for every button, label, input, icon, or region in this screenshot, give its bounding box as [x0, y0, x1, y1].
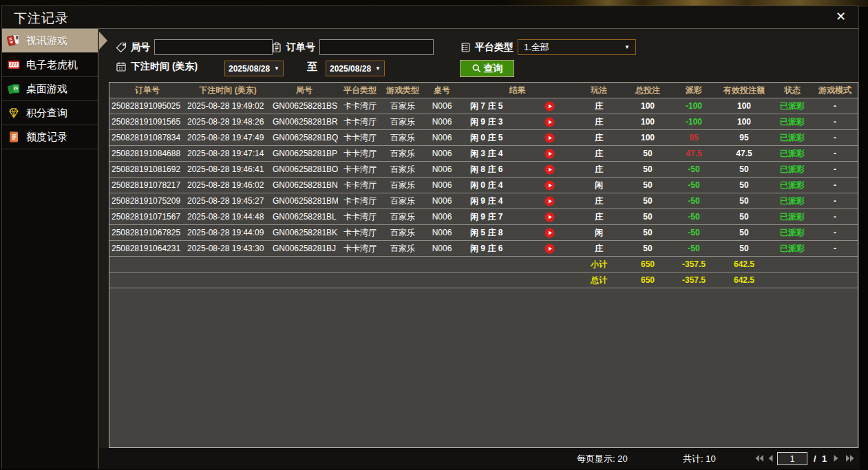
cell-game: 百家乐	[382, 180, 423, 191]
cell-status: 已派彩	[772, 243, 812, 255]
play-video-icon[interactable]	[544, 180, 555, 191]
platform-selected-value: 1.全部	[524, 41, 549, 54]
play-video-icon[interactable]	[544, 196, 555, 206]
search-icon	[472, 63, 482, 74]
cell-valid_bet: 50	[716, 164, 772, 174]
cell-bet_type: 庄	[574, 100, 624, 112]
column-header: 平台类型	[338, 85, 382, 96]
cell-round: GN006258281BQ	[271, 133, 338, 142]
cell-round: GN006258281BP	[271, 149, 338, 158]
summary-cell-payout: -357.5	[672, 275, 716, 285]
last-page-icon[interactable]	[845, 454, 856, 463]
summary-cell-valid_bet: 642.5	[716, 275, 772, 285]
column-header: 订单号	[109, 85, 185, 96]
sidebar: 9K 视讯游戏 777 电子老虎机 $ 桌面游戏 积分查询 额度记	[2, 29, 98, 469]
sidebar-item-points[interactable]: 积分查询	[2, 101, 98, 125]
cell-bet_type: 闲	[574, 180, 624, 191]
play-video-icon[interactable]	[544, 117, 555, 127]
cell-status: 已派彩	[772, 132, 812, 144]
svg-text:777: 777	[10, 62, 18, 67]
prev-page-icon[interactable]	[767, 454, 777, 463]
cell-mode: -	[812, 133, 858, 142]
sidebar-item-quota-records[interactable]: 额度记录	[2, 125, 98, 149]
cell-mode: -	[812, 212, 858, 222]
cell-payout: -50	[672, 212, 716, 222]
cell-mode: -	[812, 117, 858, 127]
play-video-icon[interactable]	[544, 133, 555, 143]
column-header: 下注时间 (美东)	[185, 85, 271, 96]
order-input[interactable]	[319, 39, 434, 55]
cell-result: 闲 5 庄 8	[461, 227, 574, 239]
cell-platform: 卡卡湾厅	[338, 211, 382, 223]
cell-platform: 卡卡湾厅	[338, 116, 382, 128]
summary-row: 总计650-357.5642.5	[109, 273, 858, 288]
page-number-input[interactable]	[777, 452, 807, 465]
per-page-label: 每页显示: 20	[577, 448, 628, 469]
cell-bet_type: 庄	[574, 132, 624, 144]
cell-total_bet: 50	[624, 180, 672, 190]
summary-cell-payout: -357.5	[672, 259, 716, 269]
date-to-picker[interactable]: 2025/08/28 ▼	[326, 61, 385, 76]
cell-order: 250828191091565	[109, 117, 185, 127]
first-page-icon[interactable]	[754, 454, 765, 463]
platform-select[interactable]: 1.全部 ▼	[518, 39, 636, 55]
cell-time: 2025-08-28 19:44:09	[185, 228, 271, 237]
cell-status: 已派彩	[772, 164, 812, 175]
column-header: 游戏模式	[812, 85, 858, 96]
cell-order: 250828191064231	[109, 244, 185, 253]
column-header: 有效投注额	[716, 85, 772, 96]
sidebar-item-table-games[interactable]: $ 桌面游戏	[2, 77, 98, 101]
cell-bet_type: 庄	[574, 243, 624, 255]
tag-icon	[116, 42, 127, 53]
cell-table: N006	[423, 228, 461, 237]
table-row: 2508281910915652025-08-28 19:48:26GN0062…	[109, 114, 858, 130]
cell-mode: -	[812, 149, 858, 158]
cell-order: 250828191095025	[109, 101, 185, 111]
sidebar-item-slots[interactable]: 777 电子老虎机	[2, 53, 98, 77]
result-text: 闲 8 庄 6	[470, 164, 502, 175]
list-icon	[460, 42, 471, 53]
cell-round: GN006258281BK	[271, 228, 338, 237]
cell-platform: 卡卡湾厅	[338, 132, 382, 144]
cell-bet_type: 庄	[574, 116, 624, 128]
cell-bet_type: 庄	[574, 148, 624, 160]
cell-time: 2025-08-28 19:46:02	[185, 180, 271, 190]
round-input[interactable]	[154, 39, 273, 55]
sidebar-item-video-games[interactable]: 9K 视讯游戏	[2, 29, 98, 53]
query-button[interactable]: 查询	[460, 60, 514, 77]
play-video-icon[interactable]	[544, 244, 555, 254]
page-total: 1	[822, 448, 827, 469]
table-row: 2508281910782172025-08-28 19:46:02GN0062…	[109, 178, 858, 193]
play-video-icon[interactable]	[544, 149, 555, 159]
cell-table: N006	[423, 244, 461, 253]
summary-cell-valid_bet: 642.5	[716, 259, 772, 269]
date-to-wrap: 2025/08/28 ▼	[326, 61, 385, 76]
next-page-icon[interactable]	[833, 454, 843, 463]
play-video-icon[interactable]	[544, 101, 555, 111]
cell-valid_bet: 50	[716, 196, 772, 206]
betting-records-window: 下注记录 ✕ 9K 视讯游戏 777 电子老虎机 $ 桌面游戏 积分查询	[1, 6, 859, 469]
result-text: 闲 9 庄 7	[470, 211, 502, 223]
play-video-icon[interactable]	[544, 228, 555, 238]
result-text: 闲 0 庄 4	[470, 180, 502, 191]
close-icon[interactable]: ✕	[833, 9, 849, 24]
column-header: 总投注	[624, 85, 672, 96]
cell-game: 百家乐	[382, 100, 423, 112]
bet-time-filter: 下注时间 (美东)	[116, 61, 198, 73]
column-header: 局号	[271, 85, 338, 96]
summary-cell-bet_type: 总计	[574, 275, 624, 286]
sidebar-item-label: 视讯游戏	[26, 34, 67, 47]
cell-status: 已派彩	[772, 148, 812, 160]
summary-cell-bet_type: 小计	[574, 259, 624, 270]
table-row: 2508281910950252025-08-28 19:49:02GN0062…	[109, 98, 858, 114]
play-video-icon[interactable]	[544, 164, 555, 175]
table-games-icon: $	[7, 82, 21, 96]
order-filter: 订单号	[271, 39, 434, 55]
chevron-down-icon: ▼	[375, 65, 381, 72]
date-from-picker[interactable]: 2025/08/28 ▼	[224, 61, 284, 76]
column-header: 结果	[461, 85, 574, 96]
cell-table: N006	[423, 117, 461, 127]
play-video-icon[interactable]	[544, 212, 555, 222]
cell-order: 250828191075209	[109, 196, 185, 206]
cell-mode: -	[812, 101, 858, 111]
